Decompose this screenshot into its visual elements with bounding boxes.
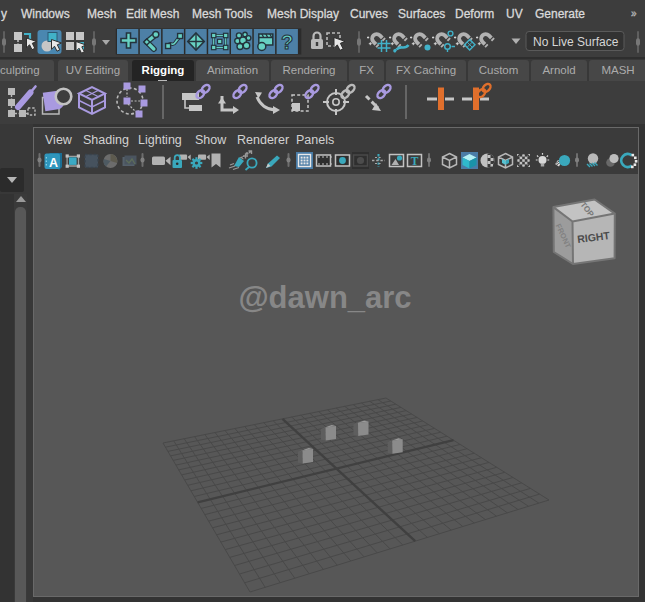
svg-text:A: A [49,156,58,170]
svg-text:?: ? [281,31,293,53]
svg-text:T: T [411,155,419,167]
svg-text:No Live Surface: No Live Surface [533,35,619,49]
